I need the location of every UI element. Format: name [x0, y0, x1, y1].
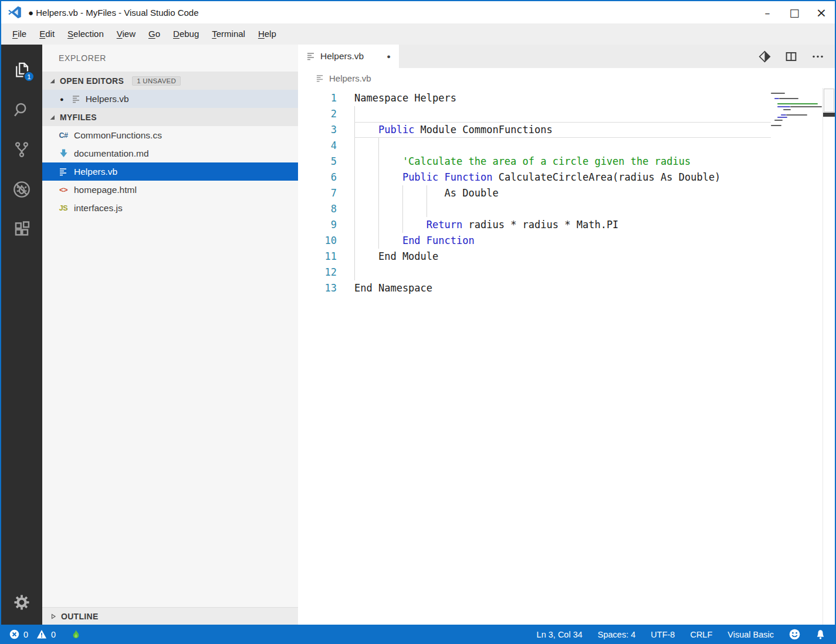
- open-editors-section-header[interactable]: OPEN EDITORS 1 UNSAVED: [42, 72, 298, 90]
- activity-explorer-button[interactable]: 1: [8, 52, 36, 88]
- feedback-smiley-button[interactable]: [789, 629, 800, 640]
- code-line-8[interactable]: [354, 201, 771, 217]
- line-number: 13: [298, 280, 354, 296]
- code-line-12[interactable]: [354, 265, 771, 280]
- code-line-7[interactable]: As Double: [354, 185, 771, 201]
- menu-item-debug[interactable]: Debug: [167, 23, 205, 45]
- file-item-documentation-md[interactable]: documentation.md: [42, 144, 298, 162]
- explorer-header: EXPLORER: [42, 45, 298, 72]
- file-item-commonfunctions-cs[interactable]: C#CommonFunctions.cs: [42, 126, 298, 144]
- scrollbar-slider[interactable]: [824, 89, 834, 112]
- git-branch-icon: [13, 141, 31, 158]
- code-line-3[interactable]: Public Module CommonFunctions: [354, 122, 771, 138]
- split-editor-button[interactable]: [785, 50, 797, 63]
- title-bar: ● Helpers.vb - MyFiles - Visual Studio C…: [1, 1, 835, 23]
- code-line-6[interactable]: Public Function CalculateCircleArea(radi…: [354, 170, 771, 185]
- minimap-line: [771, 93, 823, 94]
- close-button[interactable]: ×: [808, 1, 835, 23]
- code-line-11[interactable]: End Module: [354, 249, 771, 265]
- code-line-13[interactable]: End Namespace: [354, 280, 771, 296]
- activity-search-button[interactable]: [8, 91, 36, 128]
- menu-item-selection[interactable]: Selection: [61, 23, 110, 45]
- code-line-9[interactable]: Return radius * radius * Math.PI: [354, 217, 771, 233]
- line-number: 9: [298, 217, 354, 233]
- eol-status[interactable]: CRLF: [690, 630, 712, 639]
- flame-icon: [71, 629, 81, 640]
- open-changes-button[interactable]: [759, 50, 771, 63]
- status-bar: 0 0 Ln 3, Col 34 Spaces: 4 UTF-8: [1, 625, 835, 644]
- file-item-helpers-vb[interactable]: Helpers.vb: [42, 162, 298, 181]
- line-number: 5: [298, 154, 354, 170]
- encoding-status[interactable]: UTF-8: [651, 630, 675, 639]
- js-icon: JS: [59, 204, 67, 212]
- problems-errors-status[interactable]: 0: [9, 629, 28, 639]
- activity-extensions-button[interactable]: [8, 211, 36, 248]
- indentation-status[interactable]: Spaces: 4: [598, 630, 636, 639]
- menu-item-help[interactable]: Help: [252, 23, 283, 45]
- editor-tabs: Helpers.vb ●: [298, 45, 835, 68]
- menu-item-file[interactable]: File: [6, 23, 33, 45]
- bell-icon: [815, 629, 825, 640]
- file-item-interfaces-js[interactable]: JSinterfaces.js: [42, 199, 298, 217]
- line-number: 11: [298, 249, 354, 265]
- outline-section-header[interactable]: OUTLINE: [42, 607, 298, 625]
- menu-item-view[interactable]: View: [110, 23, 142, 45]
- maximize-button[interactable]: □: [781, 1, 808, 23]
- csharp-icon: C#: [59, 131, 68, 140]
- minimap-line: [771, 111, 823, 113]
- menu-item-edit[interactable]: Edit: [33, 23, 61, 45]
- code-line-2[interactable]: [354, 106, 771, 122]
- more-actions-button[interactable]: [811, 50, 824, 63]
- flame-status[interactable]: [71, 629, 81, 640]
- line-number: 7: [298, 185, 354, 201]
- open-editor-item-helpers-vb[interactable]: ● Helpers.vb: [42, 90, 298, 108]
- search-icon: [13, 101, 31, 118]
- minimap-line: [771, 96, 823, 97]
- code-line-5[interactable]: 'Calculate the area of a circle given th…: [354, 154, 771, 170]
- editor-actions: [759, 45, 835, 68]
- line-number: 10: [298, 233, 354, 249]
- editor-group: Helpers.vb ●: [298, 45, 835, 625]
- line-number: 2: [298, 106, 354, 122]
- minimap-line: [771, 98, 823, 99]
- folder-section-header[interactable]: MYFILES: [42, 108, 298, 126]
- markdown-arrow-icon: [59, 149, 68, 158]
- debug-disabled-icon: [12, 180, 31, 199]
- breadcrumb-item[interactable]: Helpers.vb: [329, 73, 371, 83]
- menu-item-go[interactable]: Go: [142, 23, 167, 45]
- chevron-expanded-icon: [49, 114, 55, 120]
- line-number: 12: [298, 265, 354, 280]
- file-lines-icon: [72, 94, 81, 104]
- chevron-collapsed-icon: [50, 614, 56, 619]
- extensions-icon: [13, 221, 31, 238]
- minimap[interactable]: [771, 88, 823, 625]
- smiley-icon: [789, 629, 800, 640]
- cursor-position-status[interactable]: Ln 3, Col 34: [537, 630, 583, 639]
- breadcrumb: Helpers.vb: [298, 68, 835, 88]
- tab-helpers-vb[interactable]: Helpers.vb ●: [298, 45, 399, 68]
- line-number: 3: [298, 122, 354, 138]
- tab-dirty-dot-icon[interactable]: ●: [387, 53, 391, 60]
- code-line-4[interactable]: [354, 138, 771, 154]
- vscode-window: ● Helpers.vb - MyFiles - Visual Studio C…: [0, 0, 836, 644]
- code-line-1[interactable]: Namespace Helpers: [354, 90, 771, 106]
- editor[interactable]: 12345678910111213 Namespace Helpers Publ…: [298, 88, 835, 625]
- line-number: 6: [298, 170, 354, 185]
- line-number: 4: [298, 138, 354, 154]
- scrollbar[interactable]: [823, 88, 835, 625]
- problems-warnings-status[interactable]: 0: [36, 629, 56, 639]
- minimap-line: [771, 103, 823, 104]
- activity-source-control-button[interactable]: [8, 131, 36, 168]
- activity-debug-button[interactable]: [8, 171, 36, 208]
- minimap-line: [771, 125, 823, 126]
- notifications-bell-button[interactable]: [815, 629, 825, 640]
- unsaved-badge: 1 UNSAVED: [132, 76, 181, 86]
- minimize-button[interactable]: –: [754, 1, 781, 23]
- settings-gear-button[interactable]: [8, 586, 36, 619]
- language-status[interactable]: Visual Basic: [727, 630, 774, 639]
- code-line-10[interactable]: End Function: [354, 233, 771, 249]
- menu-item-terminal[interactable]: Terminal: [205, 23, 252, 45]
- file-item-homepage-html[interactable]: <>homepage.html: [42, 181, 298, 199]
- minimap-line: [771, 123, 823, 124]
- code-area[interactable]: Namespace Helpers Public Module CommonFu…: [354, 88, 771, 625]
